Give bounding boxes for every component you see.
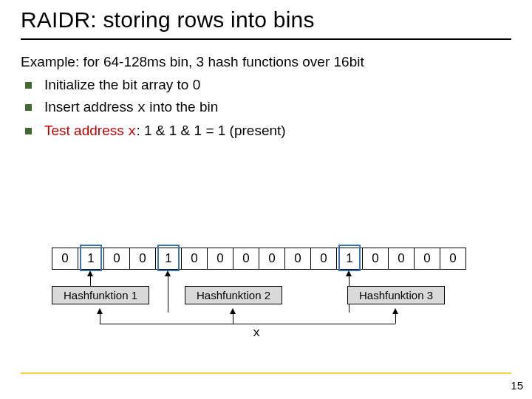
arrow-up-icon: [165, 270, 171, 276]
arrow-up-icon: [346, 270, 352, 276]
bullet-text-pre-red: Test address: [44, 123, 128, 138]
bit-cell: 0: [181, 248, 208, 270]
bit-cell: 0: [310, 248, 337, 270]
hash-box-3: Hashfunktion 3: [347, 286, 445, 304]
slide-title: RAIDR: storing rows into bins: [21, 7, 511, 40]
footer-rule: [21, 372, 511, 374]
bit-cell: 0: [103, 248, 130, 270]
bit-cell: 0: [259, 248, 285, 270]
x-connector-up: [395, 313, 396, 324]
bit-cell: 0: [233, 248, 259, 270]
bullet-text-post: into the bin: [146, 99, 218, 115]
square-bullet-icon: [25, 104, 32, 111]
x-label: x: [253, 326, 260, 340]
bit-cell: 0: [440, 248, 466, 270]
bit-cell: 0: [129, 248, 156, 270]
arrow-up-icon: [392, 308, 398, 314]
bit-cell: 0: [207, 248, 233, 270]
code-x: x: [137, 100, 146, 116]
bullet-text-pre: Insert address: [44, 99, 137, 115]
bullet-item: Insert address x into the bin: [21, 97, 511, 119]
page-number: 15: [511, 379, 523, 392]
bit-cell: 1: [78, 248, 104, 270]
arrow-up-icon: [87, 270, 93, 276]
bit-cell: 1: [336, 248, 363, 270]
bullet-text: Initialize the bit array to 0: [44, 77, 200, 92]
x-connector-up: [100, 313, 100, 324]
arrow-up-icon: [230, 308, 236, 314]
square-bullet-icon: [25, 82, 32, 89]
bit-cell: 0: [414, 248, 440, 270]
arrow-stem: [168, 276, 168, 313]
x-connector-up: [233, 313, 233, 324]
example-line: Example: for 64-128ms bin, 3 hash functi…: [21, 52, 511, 73]
bit-array: 0 1 0 0 1 0 0 0 0 0 0 1 0 0 0 0: [52, 248, 480, 270]
hash-box-1: Hashfunktion 1: [52, 286, 149, 304]
slide: RAIDR: storing rows into bins Example: f…: [0, 0, 532, 399]
bit-cell: 0: [362, 248, 389, 270]
bullet-item: Initialize the bit array to 0: [21, 75, 511, 96]
arrow-stem: [90, 276, 91, 286]
arrow-up-icon: [97, 308, 103, 314]
bullet-list: Initialize the bit array to 0 Insert add…: [21, 75, 511, 143]
bit-cell: 1: [155, 248, 182, 270]
bullet-item: Test address x: 1 & 1 & 1 = 1 (present): [21, 120, 511, 143]
bloom-filter-diagram: 0 1 0 0 1 0 0 0 0 0 0 1 0 0 0 0 Hashfun: [52, 248, 480, 270]
hash-box-2: Hashfunktion 2: [185, 286, 282, 304]
body-text: Example: for 64-128ms bin, 3 hash functi…: [21, 52, 511, 142]
bit-cell: 0: [388, 248, 415, 270]
code-x-red: x: [128, 123, 136, 140]
bit-cell: 0: [52, 248, 78, 270]
x-connector-line: [100, 324, 395, 324]
bit-cell: 0: [284, 248, 311, 270]
bullet-text-post: : 1 & 1 & 1 = 1 (present): [136, 123, 285, 138]
square-bullet-icon: [25, 128, 32, 134]
